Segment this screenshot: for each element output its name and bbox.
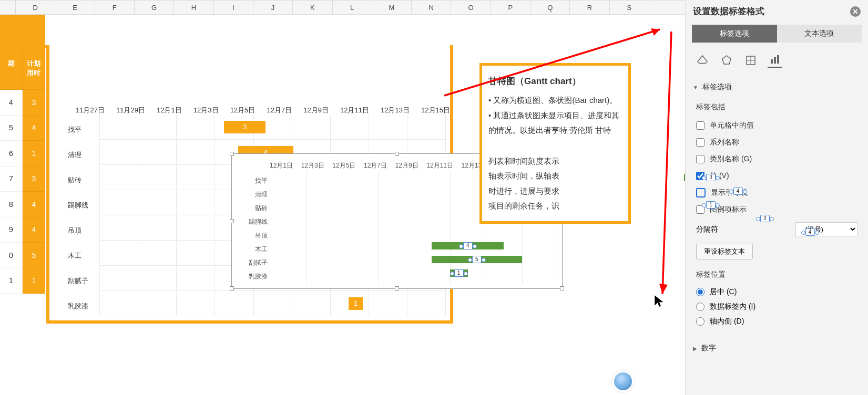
- tab-text-options[interactable]: 文本选项: [777, 25, 862, 43]
- data-label[interactable]: 4: [805, 228, 815, 236]
- cell[interactable]: 7: [0, 167, 23, 192]
- y-tick: 清理: [236, 188, 268, 201]
- label-position-heading: 标签位置: [696, 267, 857, 285]
- resize-handle[interactable]: [395, 152, 399, 156]
- x-tick: 12月9日: [395, 161, 418, 170]
- x-tick: 12月7日: [364, 161, 387, 170]
- cell[interactable]: 8: [0, 192, 23, 217]
- cell[interactable]: 4: [0, 90, 23, 116]
- info-title: 甘特图（Gantt chart）: [488, 73, 622, 90]
- panel-title-row: 设置数据标签格式 ✕: [686, 0, 868, 22]
- radio-center[interactable]: 居中 (C): [696, 285, 857, 299]
- check-leader-lines[interactable]: 显示引导线: [696, 184, 857, 201]
- svg-marker-6: [651, 28, 660, 36]
- cell[interactable]: 1: [23, 268, 45, 294]
- cell[interactable]: 1: [0, 268, 23, 294]
- fill-icon[interactable]: [695, 53, 710, 68]
- column-header[interactable]: Q: [530, 1, 570, 14]
- column-header[interactable]: O: [451, 1, 491, 14]
- column-header[interactable]: P: [491, 1, 530, 14]
- x-tick: 12月13日: [381, 106, 410, 115]
- y-tick: 踢脚线: [68, 201, 88, 210]
- tab-label-options[interactable]: 标签选项: [692, 25, 777, 43]
- column-header[interactable]: E: [55, 1, 95, 14]
- check-cell-value[interactable]: 单元格中的值: [696, 117, 857, 134]
- close-icon[interactable]: ✕: [850, 6, 861, 17]
- info-line: • 又称为横道图、条状图(Bar chart)。: [488, 93, 622, 108]
- chevron-right-icon: ▶: [693, 346, 697, 351]
- header-duration: 计划用时: [23, 47, 45, 90]
- y-tick: 乳胶漆: [236, 269, 268, 283]
- column-header[interactable]: H: [174, 1, 213, 14]
- check-series-name[interactable]: 系列名称: [696, 134, 857, 151]
- effects-icon[interactable]: [719, 53, 734, 68]
- resize-handle[interactable]: [230, 219, 234, 223]
- gantt-bar[interactable]: 1: [349, 297, 362, 310]
- check-legend-key[interactable]: 图例项标示: [696, 201, 857, 218]
- cell[interactable]: 5: [0, 116, 23, 141]
- cell[interactable]: 4: [23, 192, 45, 217]
- data-label[interactable]: 3: [760, 215, 770, 222]
- column-header[interactable]: R: [570, 1, 609, 14]
- x-tick: 12月11日: [340, 106, 369, 115]
- orange-x-axis: 11月27日11月29日12月1日12月3日12月5日12月7日12月9日12月…: [76, 106, 450, 115]
- data-label[interactable]: 4: [733, 188, 743, 195]
- column-header[interactable]: I: [214, 1, 253, 14]
- mouse-cursor-icon: [653, 294, 667, 310]
- resize-handle[interactable]: [395, 286, 399, 290]
- reset-label-text-button[interactable]: 重设标签文本: [696, 244, 753, 259]
- cell[interactable]: 3: [23, 167, 45, 192]
- info-line: 的情况。以提出者亨特 劳伦斯 甘特: [488, 123, 622, 138]
- column-header[interactable]: L: [333, 1, 372, 14]
- cell[interactable]: 6: [0, 141, 23, 167]
- resize-handle[interactable]: [560, 286, 564, 290]
- panel-title: 设置数据标签格式: [693, 5, 764, 17]
- cell[interactable]: 0: [0, 243, 23, 268]
- data-label[interactable]: 4: [463, 242, 473, 250]
- column-header[interactable]: F: [95, 1, 135, 14]
- x-tick: 12月3日: [301, 161, 324, 170]
- data-label[interactable]: 5: [472, 256, 482, 263]
- cell[interactable]: 1: [23, 141, 45, 167]
- column-header[interactable]: G: [135, 1, 174, 14]
- panel-icon-row: [686, 48, 868, 75]
- cell[interactable]: 5: [23, 243, 45, 268]
- check-category-name[interactable]: 类别名称 (G): [696, 151, 857, 168]
- x-tick: 12月5日: [230, 106, 256, 115]
- column-header[interactable]: S: [610, 1, 649, 14]
- x-tick: 12月15日: [421, 106, 450, 115]
- cell[interactable]: 4: [23, 217, 45, 243]
- y-tick: 乳胶漆: [68, 302, 88, 311]
- resize-handle[interactable]: [230, 286, 234, 290]
- y-tick: 刮腻子: [68, 276, 88, 286]
- column-header[interactable]: N: [412, 1, 451, 14]
- data-label[interactable]: 1: [454, 269, 464, 277]
- svg-line-7: [662, 32, 671, 294]
- size-icon[interactable]: [743, 53, 758, 68]
- chart-options-icon[interactable]: [768, 53, 782, 68]
- column-header[interactable]: K: [293, 1, 332, 14]
- radio-inside-base[interactable]: 轴内侧 (D): [696, 314, 857, 329]
- section-number[interactable]: ▶ 数字: [686, 338, 868, 358]
- section-label-options[interactable]: ▼ 标签选项: [686, 77, 868, 97]
- data-label[interactable]: 1: [706, 201, 716, 209]
- cell[interactable]: 4: [23, 116, 45, 141]
- cell[interactable]: 3: [23, 90, 45, 116]
- y-tick: 刮腻子: [236, 256, 268, 269]
- header-date: 期: [0, 47, 23, 90]
- info-line: 轴表示时间，纵轴表: [488, 169, 622, 184]
- column-header[interactable]: M: [372, 1, 412, 14]
- radio-inside-end[interactable]: 数据标签内 (I): [696, 299, 857, 314]
- worksheet-area[interactable]: 期 计划用时 4354617384940511 11月27日11月29日12月1…: [0, 15, 634, 395]
- check-value[interactable]: 值 (V): [696, 168, 857, 184]
- data-label[interactable]: 3: [706, 174, 716, 181]
- cell[interactable]: 9: [0, 217, 23, 243]
- x-tick: 12月5日: [332, 161, 355, 170]
- column-header[interactable]: D: [16, 1, 55, 14]
- y-tick: 木工: [236, 242, 268, 256]
- gantt-bar[interactable]: 3: [224, 121, 265, 133]
- info-text-box[interactable]: 甘特图（Gantt chart） • 又称为横道图、条状图(Bar chart)…: [479, 63, 631, 224]
- resize-handle[interactable]: [230, 152, 234, 156]
- column-header[interactable]: J: [253, 1, 293, 14]
- svg-rect-4: [777, 55, 779, 64]
